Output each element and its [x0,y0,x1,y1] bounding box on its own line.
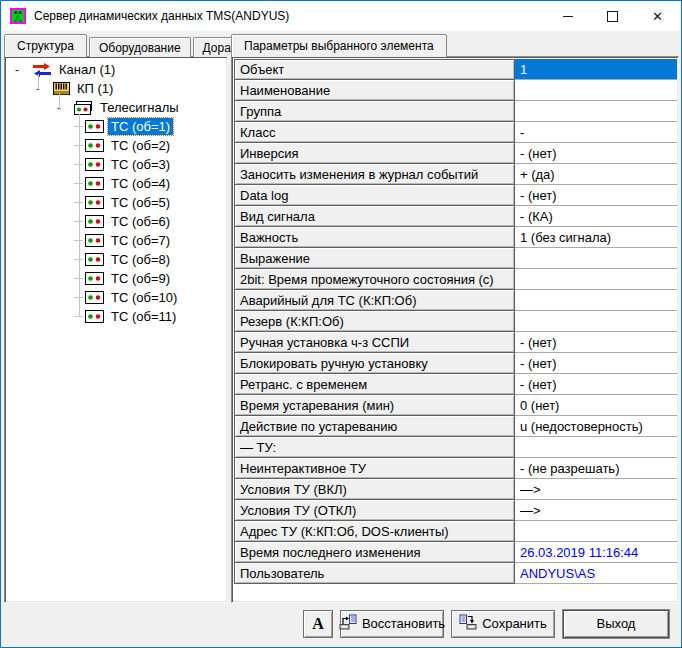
property-value[interactable]: - (нет) [515,374,677,395]
property-value[interactable]: 26.03.2019 11:16:44 [515,542,677,563]
save-button[interactable]: Сохранить [451,610,555,638]
property-value[interactable]: 0 (нет) [515,395,677,416]
property-row: — ТУ: [234,437,677,458]
maximize-button[interactable] [590,1,635,31]
tree-item-label[interactable]: ТС (об=3) [108,156,173,173]
property-row: Инверсия- (нет) [234,143,677,164]
property-value[interactable]: - (нет) [515,143,677,164]
property-value[interactable] [515,248,677,269]
property-row: Неинтерактивное ТУ- (не разрешать) [234,458,677,479]
property-value[interactable]: - (не разрешать) [515,458,677,479]
property-label[interactable]: Важность [234,227,515,248]
tree-item[interactable]: ТС (об=7) [5,231,227,250]
property-label[interactable]: Блокировать ручную установку [234,353,515,374]
property-label[interactable]: — ТУ: [234,437,515,458]
restore-button[interactable]: Восстановить [340,610,444,638]
property-label[interactable]: Data log [234,185,515,206]
property-row: Группа [234,101,677,122]
parameters-panel: Объект1НаименованиеГруппаКласс-Инверсия-… [231,56,679,603]
tree-item-label[interactable]: Канал (1) [56,61,118,78]
property-label[interactable]: Инверсия [234,143,515,164]
tree-item[interactable]: ТС (об=10) [5,288,227,307]
tree-item-label[interactable]: ТС (об=1) [108,118,173,135]
property-label[interactable]: Действие по устареванию [234,416,515,437]
tree-item-label[interactable]: ТС (об=2) [108,137,173,154]
property-label[interactable]: Время последнего изменения [234,542,515,563]
tc-icon [85,253,104,266]
property-label[interactable]: Ретранс. с временем [234,374,515,395]
property-label[interactable]: Объект [234,59,515,80]
tree-item-label[interactable]: ТС (об=5) [108,194,173,211]
tree-item-label[interactable]: ТС (об=7) [108,232,173,249]
property-label[interactable]: 2bit: Время промежуточного состояния (с) [234,269,515,290]
property-label[interactable]: Вид сигнала [234,206,515,227]
tree-item[interactable]: ТС (об=3) [5,155,227,174]
property-value[interactable]: —> [515,500,677,521]
property-value[interactable]: - (нет) [515,185,677,206]
property-label[interactable]: Заносить изменения в журнал событий [234,164,515,185]
tree-item[interactable]: ТС (об=9) [5,269,227,288]
tree-item[interactable]: ТС (об=2) [5,136,227,155]
property-row: Заносить изменения в журнал событий+ (да… [234,164,677,185]
property-label[interactable]: Резерв (К:КП:Об) [234,311,515,332]
tree-item-label[interactable]: ТС (об=4) [108,175,173,192]
property-label[interactable]: Условия ТУ (ОТКЛ) [234,500,515,521]
tree-item[interactable]: ТС (об=8) [5,250,227,269]
property-label[interactable]: Класс [234,122,515,143]
property-value[interactable]: u (недостоверность) [515,416,677,437]
property-label[interactable]: Пользователь [234,563,515,584]
property-label[interactable]: Неинтерактивное ТУ [234,458,515,479]
property-label[interactable]: Условия ТУ (ВКЛ) [234,479,515,500]
app-window: Сервер динамических данных TMS(ANDYUS) ✕… [0,0,682,648]
structure-tree-panel: -Канал (1)-КП (1)-ТелесигналыТС (об=1)ТС… [4,56,228,603]
property-value[interactable]: 1 (без сигнала) [515,227,677,248]
minimize-button[interactable] [545,1,590,31]
tree-item-label[interactable]: ТС (об=6) [108,213,173,230]
tree-item-label[interactable]: ТС (об=11) [108,308,179,325]
property-value[interactable]: ANDYUS\AS [515,563,677,584]
tree-item-label[interactable]: Телесигналы [97,99,182,116]
tab-selected-element-params[interactable]: Параметры выбранного элемента [231,34,447,57]
property-value[interactable]: - [515,122,677,143]
tree-item[interactable]: ТС (об=11) [5,307,227,326]
tree-item-label[interactable]: ТС (об=10) [108,289,180,306]
tab-equipment[interactable]: Оборудование [89,37,191,57]
property-value[interactable] [515,80,677,101]
property-value[interactable] [515,269,677,290]
tc-icon [85,215,104,228]
property-value[interactable]: - (нет) [515,353,677,374]
tree-item[interactable]: ТС (об=6) [5,212,227,231]
property-value[interactable]: 1 [515,59,677,80]
property-label[interactable]: Выражение [234,248,515,269]
tree-item[interactable]: ТС (об=1) [5,117,227,136]
tree-item[interactable]: ТС (об=5) [5,193,227,212]
property-value[interactable] [515,521,677,542]
tree-item-label[interactable]: ТС (об=8) [108,251,173,268]
property-value[interactable] [515,290,677,311]
property-label[interactable]: Наименование [234,80,515,101]
property-value[interactable]: + (да) [515,164,677,185]
tree-item-label[interactable]: ТС (об=9) [108,270,173,287]
tree-item[interactable]: -Телесигналы [5,98,227,117]
close-icon: ✕ [652,10,663,23]
property-value[interactable]: —> [515,479,677,500]
exit-button[interactable]: Выход [563,610,669,638]
property-label[interactable]: Аварийный для ТС (К:КП:Об) [234,290,515,311]
property-label[interactable]: Группа [234,101,515,122]
property-value[interactable]: - (КА) [515,206,677,227]
tree-item-label[interactable]: КП (1) [74,80,116,97]
property-label[interactable]: Ручная установка ч-з ССПИ [234,332,515,353]
property-value[interactable] [515,101,677,122]
property-label[interactable]: Адрес ТУ (К:КП:Об, DOS-клиенты) [234,521,515,542]
close-button[interactable]: ✕ [635,1,680,31]
property-label[interactable]: Время устаревания (мин) [234,395,515,416]
tree-collapse-icon[interactable]: - [11,65,23,75]
font-button[interactable]: A [303,610,333,638]
save-button-label: Сохранить [482,616,547,631]
property-value[interactable] [515,311,677,332]
tc-icon [85,139,104,152]
tree-item[interactable]: ТС (об=4) [5,174,227,193]
property-value[interactable] [515,437,677,458]
property-value[interactable]: - (нет) [515,332,677,353]
tab-structure[interactable]: Структура [4,34,87,57]
